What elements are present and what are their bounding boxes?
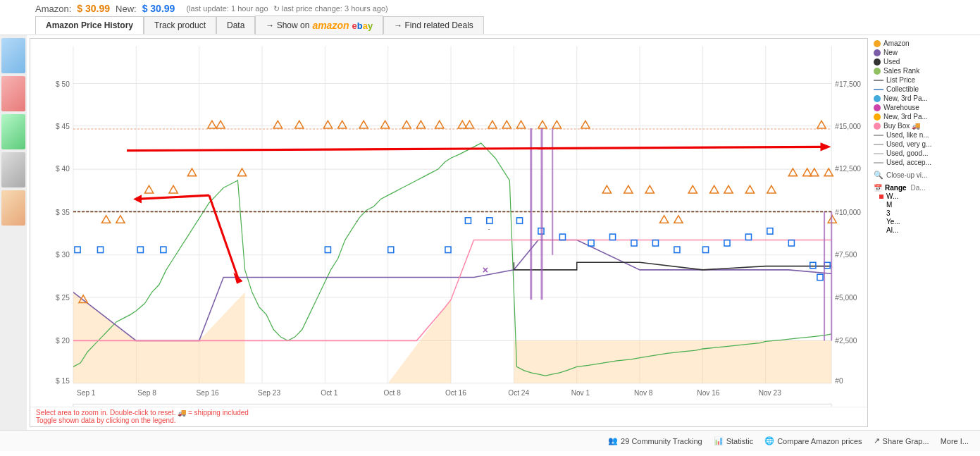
new-price: $ 30.99 [142, 3, 175, 14]
svg-text:#10,000: #10,000 [835, 208, 861, 216]
legend-label-amazon: Amazon [883, 39, 910, 47]
legend-label-list-price: List Price [886, 76, 915, 84]
legend-label-new: New [883, 49, 898, 56]
legend-line-list-price [874, 80, 883, 81]
svg-text:$ 50: $ 50 [56, 80, 70, 88]
range-indicator-3 [879, 211, 883, 216]
range-w-label: W... [886, 192, 898, 200]
range-w[interactable]: W... [879, 192, 977, 200]
compare-button[interactable]: 🌐 Compare Amazon prices [764, 436, 862, 445]
legend-new-3rd-2[interactable]: New, 3rd Pa... [874, 113, 977, 121]
price-chart-container[interactable]: $ 50 $ 45 $ 40 $ 35 $ 30 $ 25 $ 20 $ 15 … [30, 38, 868, 427]
range-da-label: Da... [911, 184, 926, 192]
legend-label-used: Used [883, 58, 900, 66]
thumb-3[interactable] [1, 114, 25, 149]
svg-text:Oct 8: Oct 8 [384, 388, 401, 396]
legend-label-used-good: Used, good... [886, 149, 928, 157]
svg-text:$ 35: $ 35 [56, 208, 70, 216]
svg-text:Oct 24: Oct 24 [508, 388, 529, 396]
range-ye[interactable]: Ye... [879, 218, 977, 226]
tab-data[interactable]: Data [216, 16, 255, 34]
more-button[interactable]: More I... [941, 437, 969, 445]
legend-buy-box[interactable]: Buy Box 🚚 [874, 122, 977, 130]
thumb-1[interactable] [1, 38, 25, 73]
legend-dot-buy-box [874, 123, 881, 130]
svg-text:-: - [488, 226, 490, 233]
range-3-label: 3 [886, 209, 891, 217]
legend-collectible[interactable]: Collectible [874, 85, 977, 93]
svg-text:#17,500: #17,500 [835, 80, 861, 88]
legend-used[interactable]: Used [874, 58, 977, 66]
legend-line-used-like-new [874, 135, 883, 136]
range-3[interactable]: 3 [879, 209, 977, 217]
chart-footer: Select area to zoom in. Double-click to … [30, 407, 867, 426]
svg-text:×: × [483, 264, 488, 276]
compare-icon: 🌐 [764, 436, 774, 445]
legend-sales-rank[interactable]: Sales Rank [874, 67, 977, 75]
amazon-price: $ 30.99 [77, 3, 110, 14]
share-icon: ↗ [874, 436, 880, 445]
legend-new[interactable]: New [874, 49, 977, 56]
tab-show-on[interactable]: → Show on amazon ebay [255, 16, 383, 35]
legend-dot-new-3rd-1 [874, 95, 881, 102]
legend-line-used-very-good [874, 144, 883, 145]
legend-used-good[interactable]: Used, good... [874, 149, 977, 157]
chart-footer-line1: Select area to zoom in. Double-click to … [36, 409, 249, 417]
svg-text:Nov 23: Nov 23 [759, 388, 781, 396]
legend-new-3rd-1[interactable]: New, 3rd Pa... [874, 94, 977, 102]
community-icon: 👥 [608, 436, 618, 445]
statistic-icon: 📊 [714, 436, 724, 445]
amazon-label: Amazon: [35, 4, 71, 14]
legend-line-used-acceptable [874, 162, 883, 164]
range-indicator-ye [879, 220, 883, 224]
legend-dot-new [874, 49, 881, 56]
community-tracking-button[interactable]: 👥 29 Community Tracking [608, 436, 702, 445]
tab-price-history[interactable]: Amazon Price History [35, 16, 144, 35]
thumb-4[interactable] [1, 152, 25, 187]
legend-label-buy-box: Buy Box 🚚 [883, 122, 920, 130]
svg-text:#15,000: #15,000 [835, 123, 861, 130]
legend-used-like-new[interactable]: Used, like n... [874, 131, 977, 139]
legend-label-collectible: Collectible [886, 85, 919, 93]
tab-track-product[interactable]: Track product [144, 16, 216, 34]
range-header: 📅 Range Da... [874, 184, 977, 192]
range-indicator-m [879, 203, 883, 207]
tab-find-deals[interactable]: → Find related Deals [383, 16, 484, 34]
svg-text:#12,500: #12,500 [835, 165, 861, 173]
svg-text:$ 20: $ 20 [56, 336, 70, 344]
range-all[interactable]: Al... [879, 226, 977, 234]
svg-text:Sep 1: Sep 1 [77, 388, 96, 396]
legend-used-acceptable[interactable]: Used, accep... [874, 159, 977, 166]
community-label: 29 Community Tracking [621, 437, 702, 445]
legend-dot-amazon [874, 40, 881, 47]
legend-dot-new-3rd-2 [874, 113, 881, 121]
statistic-label: Statistic [726, 437, 754, 445]
statistic-button[interactable]: 📊 Statistic [714, 436, 754, 445]
calendar-icon: 📅 [874, 184, 882, 192]
svg-text:Sep 16: Sep 16 [197, 388, 219, 396]
svg-text:$ 45: $ 45 [56, 123, 70, 130]
range-m-label: M [886, 201, 892, 209]
amazon-logo: amazon [312, 20, 349, 31]
legend-amazon[interactable]: Amazon [874, 39, 977, 47]
main-area: $ 50 $ 45 $ 40 $ 35 $ 30 $ 25 $ 20 $ 15 … [0, 35, 980, 430]
svg-text:$ 15: $ 15 [56, 376, 70, 384]
legend-used-very-good[interactable]: Used, very g... [874, 140, 977, 148]
legend-line-used-good [874, 153, 883, 154]
legend-label-new-3rd-1: New, 3rd Pa... [883, 94, 928, 102]
svg-text:-: - [356, 218, 358, 225]
legend-dot-sales-rank [874, 68, 881, 75]
sidebar-thumbnails [0, 35, 27, 430]
ebay-logo: ebay [352, 20, 373, 31]
legend-warehouse[interactable]: Warehouse [874, 104, 977, 111]
share-button[interactable]: ↗ Share Grap... [874, 436, 929, 445]
legend-list-price[interactable]: List Price [874, 76, 977, 84]
thumb-2[interactable] [1, 76, 25, 111]
range-m[interactable]: M [879, 201, 977, 209]
svg-text:$ 25: $ 25 [56, 294, 70, 302]
legend-label-used-like-new: Used, like n... [886, 131, 929, 139]
close-up-section[interactable]: 🔍 Close-up vi... [874, 171, 977, 180]
svg-text:$ 40: $ 40 [56, 165, 70, 173]
thumb-5[interactable] [1, 190, 25, 226]
svg-text:#5,000: #5,000 [835, 294, 857, 302]
